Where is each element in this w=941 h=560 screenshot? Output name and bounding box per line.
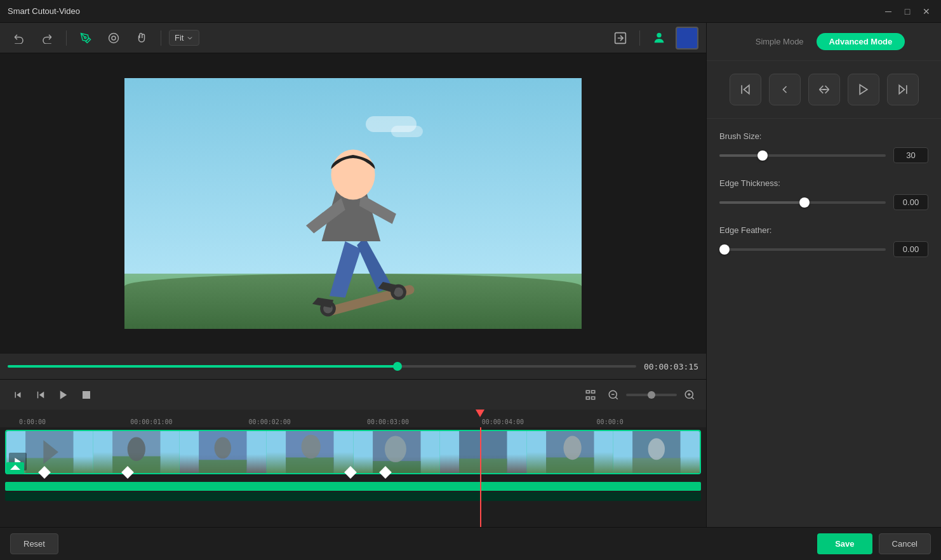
nav-first-button[interactable] bbox=[730, 74, 761, 105]
frame-thumb-2 bbox=[93, 431, 180, 473]
ruler-mark-1: 00:00:01:00 bbox=[130, 418, 172, 425]
frame-thumb-4 bbox=[267, 431, 354, 473]
right-panel: Simple Mode Advanced Mode bbox=[706, 23, 941, 527]
svg-line-20 bbox=[615, 397, 617, 399]
advanced-mode-button[interactable]: Advanced Mode bbox=[817, 33, 905, 50]
green-bar bbox=[5, 482, 701, 491]
edge-thickness-control bbox=[719, 194, 928, 210]
draw-button[interactable] bbox=[74, 27, 97, 50]
titlebar: Smart Cutout-Video ─ □ ✕ bbox=[0, 0, 941, 23]
separator-1 bbox=[66, 30, 67, 46]
edge-thickness-thumb[interactable] bbox=[799, 197, 810, 208]
nav-prev-button[interactable] bbox=[769, 74, 801, 105]
window-controls: ─ □ ✕ bbox=[881, 4, 933, 18]
edge-thickness-label: Edge Thickness: bbox=[719, 178, 928, 188]
cancel-button[interactable]: Cancel bbox=[879, 533, 931, 554]
svg-marker-13 bbox=[60, 390, 67, 399]
settings-area: Brush Size: Edge Thickness: bbox=[707, 119, 941, 527]
close-button[interactable]: ✕ bbox=[919, 4, 933, 18]
app-title: Smart Cutout-Video bbox=[8, 6, 80, 16]
zoom-out-button[interactable] bbox=[604, 386, 622, 404]
zoom-thumb[interactable] bbox=[648, 391, 655, 399]
time-display: 00:00:03:15 bbox=[644, 362, 698, 371]
erase-button[interactable] bbox=[102, 27, 125, 50]
svg-point-46 bbox=[563, 436, 581, 460]
timeline-ruler[interactable]: 0:00:00 00:00:01:00 00:00:02:00 00:00:03… bbox=[0, 410, 706, 427]
nav-play-button[interactable] bbox=[848, 74, 879, 105]
edge-thickness-slider[interactable] bbox=[719, 201, 886, 204]
track-handle-left[interactable] bbox=[6, 462, 24, 474]
redo-button[interactable] bbox=[36, 27, 58, 50]
edge-feather-input[interactable] bbox=[893, 241, 928, 257]
dark-bar bbox=[5, 492, 701, 501]
progress-thumb[interactable] bbox=[393, 362, 402, 371]
bottom-bar: Reset Save Cancel bbox=[0, 527, 941, 560]
step-back-button[interactable] bbox=[8, 385, 28, 405]
fit-dropdown[interactable]: Fit bbox=[169, 30, 199, 46]
color-button[interactable] bbox=[676, 27, 698, 50]
brush-size-thumb[interactable] bbox=[757, 150, 768, 161]
nav-reverse-button[interactable] bbox=[808, 74, 840, 105]
frame-thumb-3 bbox=[180, 431, 267, 473]
skater-figure bbox=[124, 84, 582, 329]
edge-thickness-input[interactable] bbox=[893, 194, 928, 210]
brush-size-slider[interactable] bbox=[719, 154, 886, 157]
separator-2 bbox=[161, 30, 161, 46]
svg-point-35 bbox=[215, 437, 231, 458]
svg-rect-17 bbox=[586, 397, 589, 399]
video-area bbox=[0, 53, 706, 354]
edge-feather-control bbox=[719, 241, 928, 257]
zoom-track[interactable] bbox=[626, 394, 677, 396]
save-button[interactable]: Save bbox=[817, 533, 872, 554]
video-canvas bbox=[124, 78, 582, 329]
stop-button[interactable] bbox=[76, 385, 97, 405]
svg-point-41 bbox=[384, 436, 406, 462]
minimize-button[interactable]: ─ bbox=[881, 4, 895, 18]
svg-point-0 bbox=[84, 36, 86, 38]
edge-feather-slider[interactable] bbox=[719, 248, 886, 251]
svg-rect-34 bbox=[199, 460, 246, 473]
fit-label: Fit bbox=[175, 33, 184, 43]
frame-back-button[interactable] bbox=[30, 385, 51, 405]
ruler-mark-4: 00:00:04:00 bbox=[482, 418, 524, 425]
ruler-mark-2: 00:00:02:00 bbox=[249, 418, 291, 425]
fullscreen-button[interactable] bbox=[580, 385, 601, 405]
zoom-in-button[interactable] bbox=[681, 386, 698, 404]
timeline-tracks[interactable] bbox=[0, 427, 706, 527]
undo-button[interactable] bbox=[8, 27, 30, 50]
pan-button[interactable] bbox=[130, 27, 153, 50]
brush-size-label: Brush Size: bbox=[719, 131, 928, 141]
svg-point-2 bbox=[112, 36, 116, 40]
svg-rect-14 bbox=[83, 391, 90, 399]
ruler-mark-0: 0:00:00 bbox=[19, 418, 46, 425]
frame-thumb-6 bbox=[440, 431, 527, 473]
frame-thumb-8 bbox=[613, 431, 700, 473]
ruler-mark-5: 00:00:0 bbox=[597, 418, 624, 425]
zoom-controls bbox=[580, 385, 698, 405]
edge-feather-thumb[interactable] bbox=[719, 244, 730, 255]
svg-point-49 bbox=[648, 438, 665, 460]
edge-feather-row: Edge Feather: bbox=[719, 225, 928, 257]
toolbar: Fit bbox=[0, 23, 706, 53]
simple-mode-button[interactable]: Simple Mode bbox=[743, 33, 817, 50]
nav-buttons bbox=[707, 61, 941, 119]
export-button[interactable] bbox=[609, 27, 632, 50]
frame-thumb-5 bbox=[354, 431, 441, 473]
progress-bar-area: 00:00:03:15 bbox=[0, 354, 706, 379]
svg-rect-43 bbox=[459, 458, 507, 473]
play-button[interactable] bbox=[53, 385, 74, 405]
brush-size-input[interactable] bbox=[893, 147, 928, 163]
brush-size-control bbox=[719, 147, 928, 163]
person-button[interactable] bbox=[648, 27, 671, 50]
main-layout: Fit bbox=[0, 23, 941, 527]
svg-marker-52 bbox=[860, 85, 867, 95]
svg-rect-37 bbox=[286, 457, 333, 473]
nav-last-button[interactable] bbox=[887, 74, 919, 105]
svg-marker-11 bbox=[39, 391, 44, 398]
frame-thumb-7 bbox=[527, 431, 614, 473]
separator-3 bbox=[639, 30, 640, 46]
maximize-button[interactable]: □ bbox=[900, 4, 914, 18]
track-frames bbox=[5, 430, 701, 474]
progress-track[interactable] bbox=[8, 365, 636, 368]
reset-button[interactable]: Reset bbox=[10, 533, 58, 554]
